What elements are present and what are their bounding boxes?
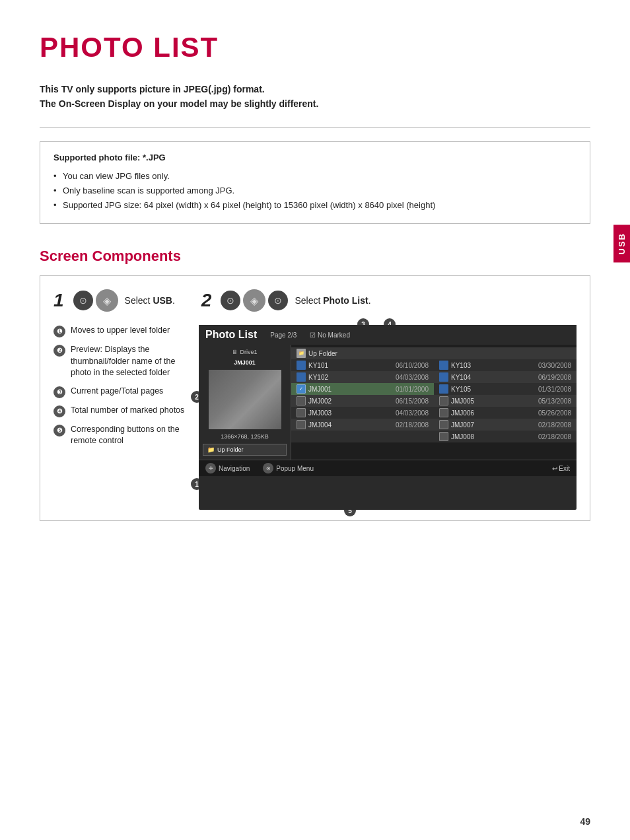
menu-label: Popup Menu <box>276 465 314 472</box>
filename-ky102: KY102 <box>308 374 393 381</box>
annotation-2: ❷ Preview: Displays the thumbnail/folder… <box>53 344 186 379</box>
nav-button-1[interactable] <box>96 289 118 312</box>
filename-ky105: KY105 <box>451 386 536 393</box>
info-bullet-3: Supported JPG size: 64 pixel (width) x 6… <box>53 198 577 213</box>
subtitle-block: This TV only supports picture in JPEG(.j… <box>40 82 590 112</box>
annotation-1: ❶ Moves to upper level folder <box>53 325 186 337</box>
tv-screen: Photo List Page 2/3 ☑ No Marked 🖥 Drive1 <box>199 325 577 510</box>
info-bullet-1: You can view JPG files only. <box>53 169 577 184</box>
nav-label: Navigation <box>219 465 250 472</box>
file-row-ky104[interactable]: KY104 06/19/2008 <box>434 371 577 383</box>
menu-button[interactable]: ⊙ Popup Menu <box>263 463 314 473</box>
filename-jmj007: JMJ007 <box>451 421 536 429</box>
photo-list-body: 🖥 Drive1 JMJ001 1366×768, 125KB 📁 <box>199 345 577 460</box>
date-jmj001: 01/01/2000 <box>396 386 429 393</box>
step-2-number: 2 <box>201 290 212 311</box>
annotation-circle-4: ❹ <box>53 405 65 417</box>
annotation-5: ❺ Corresponding buttons on the remote co… <box>53 424 186 447</box>
annotations: ❶ Moves to upper level folder ❷ Preview:… <box>53 325 186 510</box>
image-icon-ky102 <box>297 372 306 382</box>
file-row-jmj001[interactable]: ✓ JMJ001 01/01/2000 <box>291 383 434 395</box>
check-icon-jmj004 <box>297 420 306 429</box>
exit-label: Exit <box>559 465 570 472</box>
check-icon-jmj006 <box>439 408 448 417</box>
file-row-jmj002[interactable]: JMJ002 06/15/2008 <box>291 395 434 407</box>
filename-jmj001: JMJ001 <box>308 386 393 393</box>
check-icon-jmj002 <box>297 396 306 405</box>
file-list-panel: 📁 Up Folder KY101 06/10/2008 <box>291 345 577 460</box>
upfolder-name: Up Folder <box>308 350 571 357</box>
enter-button-2[interactable] <box>268 291 288 310</box>
step-2-block: 2 Select Photo List. <box>201 289 371 312</box>
date-jmj004: 02/18/2008 <box>396 421 429 429</box>
subtitle-1: This TV only supports picture in JPEG(.j… <box>40 82 590 96</box>
file-grid: KY101 06/10/2008 KY103 03/30/2008 <box>291 359 577 442</box>
date-jmj007: 02/18/2008 <box>538 421 571 429</box>
folder-icon: 📁 <box>297 349 306 358</box>
enter-button-1[interactable] <box>221 291 240 310</box>
date-jmj008: 02/18/2008 <box>538 433 571 440</box>
file-row-jmj006[interactable]: JMJ006 05/26/2008 <box>434 407 577 419</box>
date-ky104: 06/19/2008 <box>538 374 571 381</box>
date-ky101: 06/10/2008 <box>396 362 429 369</box>
file-row-ky101[interactable]: KY101 06/10/2008 <box>291 359 434 371</box>
subtitle-2: The On-Screen Display on your model may … <box>40 96 590 111</box>
annotation-circle-3: ❸ <box>53 386 65 398</box>
photo-list-header: Photo List Page 2/3 ☑ No Marked <box>199 325 577 345</box>
preview-image <box>209 370 281 429</box>
nav-button-2[interactable] <box>243 289 265 312</box>
filename-jmj003: JMJ003 <box>308 409 393 417</box>
date-ky105: 01/31/2008 <box>538 386 571 393</box>
drive-label: Drive1 <box>240 349 257 355</box>
nav-icon: ✛ <box>205 463 216 473</box>
annotation-text-5: Corresponding buttons on the remote cont… <box>71 424 186 447</box>
filename-jmj004: JMJ004 <box>308 421 393 429</box>
tv-wrapper: 3 4 2 1 5 Photo List Page 2/3 ☑ No Marke… <box>199 325 577 510</box>
filename-jmj008: JMJ008 <box>451 433 536 440</box>
preview-panel: 🖥 Drive1 JMJ001 1366×768, 125KB 📁 <box>199 345 291 460</box>
date-ky103: 03/30/2008 <box>538 362 571 369</box>
menu-icon: ⊙ <box>263 463 273 473</box>
filename-jmj002: JMJ002 <box>308 398 393 405</box>
annotation-3: ❸ Current page/Total pages <box>53 386 186 398</box>
step-1-buttons <box>73 289 118 312</box>
filename-ky101: KY101 <box>308 362 393 369</box>
info-box-list: You can view JPG files only. Only baseli… <box>53 169 577 213</box>
date-ky102: 04/03/2008 <box>396 374 429 381</box>
file-row-jmj005[interactable]: JMJ005 05/13/2008 <box>434 395 577 407</box>
file-row-jmj004[interactable]: JMJ004 02/18/2008 <box>291 419 434 431</box>
image-icon-ky103 <box>439 361 448 370</box>
check-icon-jmj007 <box>439 420 448 429</box>
annotation-4: ❹ Total number of marked photos <box>53 405 186 417</box>
check-icon-jmj001: ✓ <box>297 384 306 394</box>
preview-info: 1366×768, 125KB <box>221 433 268 440</box>
image-icon-ky104 <box>439 372 448 382</box>
step-2-buttons <box>221 289 288 312</box>
step-1-label: Select USB. <box>125 295 175 306</box>
photo-list-page: Page 2/3 <box>270 332 297 339</box>
file-row-ky103[interactable]: KY103 03/30/2008 <box>434 359 577 371</box>
screen-box: 1 Select USB. 2 Select Photo List. <box>40 275 590 521</box>
annotation-circle-5: ❺ <box>53 425 65 437</box>
info-bullet-2: Only baseline scan is supported among JP… <box>53 184 577 198</box>
instructions-row: 1 Select USB. 2 Select Photo List. <box>53 289 577 312</box>
menu-button[interactable] <box>73 291 93 310</box>
annotation-text-3: Current page/Total pages <box>71 386 163 398</box>
preview-upfolder[interactable]: 📁 Up Folder <box>203 444 287 456</box>
file-row-jmj003[interactable]: JMJ003 04/03/2008 <box>291 407 434 419</box>
usb-tab: USB <box>613 225 630 262</box>
check-icon-jmj005 <box>439 396 448 405</box>
filename-jmj006: JMJ006 <box>451 409 536 417</box>
file-row-upfolder[interactable]: 📁 Up Folder <box>291 347 577 359</box>
step-2-label: Select Photo List. <box>295 295 370 306</box>
file-row-jmj008[interactable]: JMJ008 02/18/2008 <box>434 431 577 442</box>
annotation-circle-1: ❶ <box>53 326 65 337</box>
file-row-ky102[interactable]: KY102 04/03/2008 <box>291 371 434 383</box>
section-heading: Screen Components <box>40 248 590 265</box>
step-1-number: 1 <box>53 290 64 311</box>
exit-button[interactable]: ↩ Exit <box>552 465 570 472</box>
file-row-jmj007[interactable]: JMJ007 02/18/2008 <box>434 419 577 431</box>
exit-icon: ↩ <box>552 465 557 472</box>
file-row-ky105[interactable]: KY105 01/31/2008 <box>434 383 577 395</box>
photo-list-title: Photo List <box>205 329 257 341</box>
